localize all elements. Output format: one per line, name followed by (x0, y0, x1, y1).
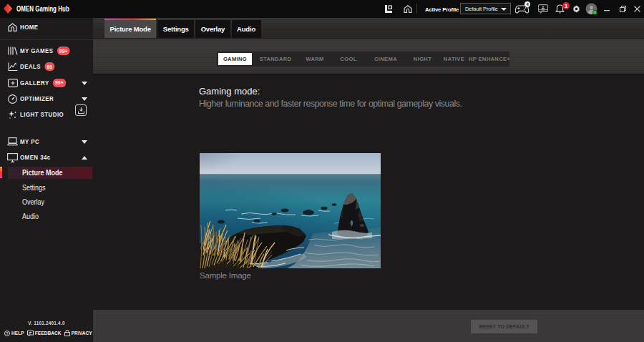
svg-text:?: ? (6, 331, 8, 336)
